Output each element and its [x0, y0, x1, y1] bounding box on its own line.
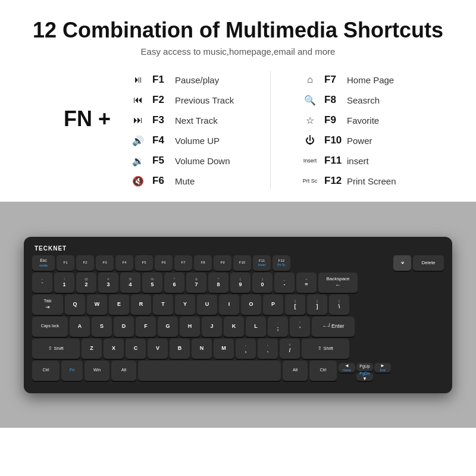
- key-f12[interactable]: F12Prt Sc: [273, 255, 290, 271]
- key-shift-right[interactable]: ⇧ Shift: [302, 339, 349, 359]
- f8-key: F8: [324, 94, 342, 106]
- bottom-row: Ctrl Fn Win Alt Alt Ctrl ◄Home PgUp PgDn…: [32, 361, 444, 381]
- f9-key: F9: [324, 114, 342, 126]
- key-left[interactable]: ◄Home: [339, 363, 355, 372]
- key-alt-right[interactable]: Alt: [283, 361, 308, 381]
- key-quote[interactable]: "': [290, 317, 310, 337]
- key-ctrl-left[interactable]: Ctrl: [32, 361, 60, 381]
- shortcut-f3: ⏭ F3 Next Track: [129, 111, 240, 129]
- key-l[interactable]: L: [246, 317, 266, 337]
- key-e[interactable]: E: [109, 295, 129, 315]
- key-rbracket[interactable]: }]: [307, 295, 327, 315]
- key-shift-left[interactable]: ⇧ Shift: [32, 339, 80, 359]
- key-f9[interactable]: F9: [214, 255, 231, 271]
- key-capslock[interactable]: Caps lock: [32, 317, 68, 337]
- key-6[interactable]: ^6: [164, 273, 184, 293]
- key-fn[interactable]: Fn: [61, 361, 83, 381]
- key-n[interactable]: N: [192, 339, 212, 359]
- key-t[interactable]: T: [153, 295, 173, 315]
- vol-down-icon: 🔉: [129, 155, 148, 167]
- key-b[interactable]: B: [170, 339, 190, 359]
- key-s[interactable]: S: [92, 317, 112, 337]
- key-v[interactable]: V: [148, 339, 168, 359]
- key-f2[interactable]: F2: [76, 255, 94, 271]
- key-8[interactable]: *8: [208, 273, 228, 293]
- key-delete[interactable]: Delete: [413, 255, 444, 271]
- key-comma[interactable]: ‹,: [236, 339, 256, 359]
- key-p[interactable]: P: [263, 295, 283, 315]
- key-f5[interactable]: F5: [135, 255, 153, 271]
- key-f7[interactable]: F7: [174, 255, 192, 271]
- key-tab[interactable]: Tab⇥: [32, 295, 63, 315]
- key-z[interactable]: Z: [82, 339, 102, 359]
- key-f6[interactable]: F6: [155, 255, 173, 271]
- shortcut-f8: 🔍 F8 Seasrch: [300, 91, 412, 109]
- key-0[interactable]: )0: [252, 273, 273, 293]
- f1-desc: Pause/play: [175, 75, 240, 85]
- key-slash[interactable]: ?/: [280, 339, 300, 359]
- number-row: ~` !1 @2 #3 $4 %5 ^6 &7 *8 (9 )0 _- += B…: [32, 273, 444, 293]
- shortcut-col-left: ⏯ F1 Pause/play ⏮ F2 Previous Track ⏭ F3…: [129, 71, 240, 190]
- key-u[interactable]: U: [197, 295, 217, 315]
- key-i[interactable]: I: [219, 295, 239, 315]
- mute-icon: 🔇: [129, 176, 148, 187]
- key-1[interactable]: !1: [54, 273, 74, 293]
- f5-desc: Volume Down: [175, 156, 240, 166]
- key-prtsc-top[interactable]: ⬙: [393, 255, 411, 271]
- key-minus[interactable]: _-: [274, 273, 295, 293]
- key-backslash[interactable]: |\: [329, 295, 349, 315]
- key-h[interactable]: H: [180, 317, 200, 337]
- key-a[interactable]: A: [70, 317, 90, 337]
- key-alt-left[interactable]: Alt: [111, 361, 136, 381]
- key-9[interactable]: (9: [230, 273, 250, 293]
- key-y[interactable]: Y: [175, 295, 195, 315]
- key-period[interactable]: ›.: [258, 339, 278, 359]
- key-f3[interactable]: F3: [96, 255, 114, 271]
- key-f10[interactable]: F10: [233, 255, 251, 271]
- asdf-row: Caps lock A S D F G H J K L :; "' ←┘Ente…: [32, 317, 444, 337]
- key-d[interactable]: D: [114, 317, 134, 337]
- key-5[interactable]: %5: [142, 273, 162, 293]
- home-icon: ⌂: [300, 74, 320, 85]
- key-w[interactable]: W: [87, 295, 107, 315]
- key-equals[interactable]: +=: [296, 273, 317, 293]
- key-4[interactable]: $4: [120, 273, 140, 293]
- key-o[interactable]: O: [241, 295, 261, 315]
- key-down[interactable]: PgDn▼: [356, 372, 373, 381]
- key-ctrl-right[interactable]: Ctrl: [309, 361, 337, 381]
- key-x[interactable]: X: [104, 339, 124, 359]
- key-r[interactable]: R: [131, 295, 151, 315]
- key-esc[interactable]: Escmedia: [32, 255, 55, 271]
- key-right[interactable]: ►End: [374, 363, 391, 372]
- f12-desc: Print Screen: [347, 176, 412, 186]
- key-m[interactable]: M: [214, 339, 234, 359]
- key-f8[interactable]: F8: [194, 255, 212, 271]
- key-k[interactable]: K: [224, 317, 244, 337]
- f6-key: F6: [152, 175, 170, 187]
- power-icon: ⏻: [300, 135, 320, 146]
- shortcut-f1: ⏯ F1 Pause/play: [129, 71, 240, 89]
- key-f11[interactable]: F11Insert: [253, 255, 271, 271]
- search-icon: 🔍: [300, 95, 320, 106]
- nav-cluster: ◄Home PgUp PgDn▼ ►End: [339, 363, 391, 381]
- key-backspace[interactable]: Backspace←: [318, 273, 358, 293]
- key-f4[interactable]: F4: [115, 255, 133, 271]
- shortcut-col-right: ⌂ F7 Home Page 🔍 F8 Seasrch ☆ F9 Favorit…: [300, 71, 412, 190]
- key-7[interactable]: &7: [186, 273, 206, 293]
- key-f[interactable]: F: [136, 317, 156, 337]
- key-j[interactable]: J: [202, 317, 222, 337]
- key-3[interactable]: #3: [98, 273, 118, 293]
- key-f1[interactable]: F1: [57, 255, 74, 271]
- key-space[interactable]: [138, 361, 281, 381]
- key-g[interactable]: G: [158, 317, 178, 337]
- key-up[interactable]: PgUp: [356, 363, 373, 371]
- key-backtick[interactable]: ~`: [32, 273, 52, 293]
- key-2[interactable]: @2: [76, 273, 96, 293]
- key-semicolon[interactable]: :;: [268, 317, 288, 337]
- keyboard-section: TECKNET Escmedia F1 F2 F3 F4 F5 F6 F7 F8…: [0, 202, 476, 428]
- key-lbracket[interactable]: {[: [285, 295, 305, 315]
- key-c[interactable]: C: [126, 339, 146, 359]
- key-q[interactable]: Q: [65, 295, 85, 315]
- key-enter[interactable]: ←┘Enter: [312, 317, 355, 337]
- key-win[interactable]: Win: [84, 361, 109, 381]
